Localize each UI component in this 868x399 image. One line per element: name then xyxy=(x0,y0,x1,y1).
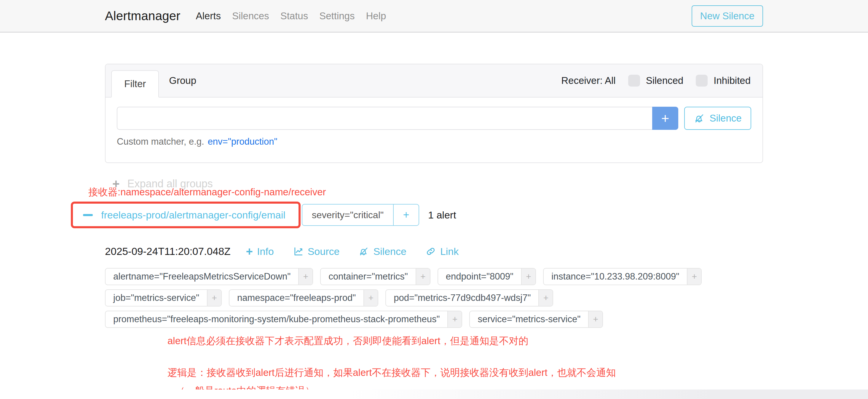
red-highlight-box: freeleaps-prod/alertmanager-config/email xyxy=(71,202,301,228)
main-nav: Alerts Silences Status Settings Help xyxy=(196,10,386,22)
silenced-checkbox[interactable]: Silenced xyxy=(628,75,684,87)
add-label-filter-button[interactable]: + xyxy=(538,290,553,306)
nav-help[interactable]: Help xyxy=(366,10,386,22)
group-matcher-label[interactable]: severity="critical" xyxy=(302,205,393,225)
plus-icon: + xyxy=(246,245,253,257)
silence-action-label: Silence xyxy=(373,246,406,257)
info-action[interactable]: + Info xyxy=(246,245,274,257)
alert-groups-section: + Expand all groups 接收器:namespace/alterm… xyxy=(105,163,763,398)
top-navbar: Alertmanager Alerts Silences Status Sett… xyxy=(0,0,868,33)
alert-detail: 2025-09-24T11:20:07.048Z + Info Source xyxy=(105,245,763,398)
add-label-filter-button[interactable]: + xyxy=(207,290,221,306)
nav-silences[interactable]: Silences xyxy=(232,10,269,22)
add-label-filter-button[interactable]: + xyxy=(447,311,462,327)
annotation-note-2: 逻辑是：接收器收到alert后进行通知，如果alert不在接收器下，说明接收器没… xyxy=(167,366,763,379)
alert-count: 1 alert xyxy=(428,209,456,221)
annotation-note-1: alert信息必须在接收器下才表示配置成功，否则即使能看到alert，但是通知是… xyxy=(167,334,763,348)
alert-labels: alertname="FreeleapsMetricsServiceDown" … xyxy=(105,268,763,328)
source-action[interactable]: Source xyxy=(293,246,340,257)
group-matcher-chip: severity="critical" + xyxy=(302,204,419,226)
chart-icon xyxy=(293,246,304,257)
silence-from-filter-button[interactable]: Silence xyxy=(684,107,751,130)
group-receiver-link[interactable]: freeleaps-prod/alertmanager-config/email xyxy=(101,209,285,221)
helper-prefix: Custom matcher, e.g. xyxy=(117,136,204,147)
link-action[interactable]: Link xyxy=(425,246,459,257)
alert-timestamp: 2025-09-24T11:20:07.048Z xyxy=(105,245,230,257)
bell-slash-icon xyxy=(694,113,705,124)
label-chip-container[interactable]: container="metrics" + xyxy=(320,268,430,285)
add-label-filter-button[interactable]: + xyxy=(364,290,378,306)
alert-group-row: freeleaps-prod/alertmanager-config/email… xyxy=(71,202,763,228)
label-chip-pod[interactable]: pod="metrics-77d9cdb497-wdsj7" + xyxy=(385,289,553,307)
nav-status[interactable]: Status xyxy=(280,10,308,22)
collapse-minus-icon xyxy=(83,214,93,216)
checkbox-box-icon[interactable] xyxy=(628,75,640,87)
source-action-label: Source xyxy=(308,246,340,257)
nav-alerts[interactable]: Alerts xyxy=(196,10,221,22)
checkbox-box-icon[interactable] xyxy=(696,75,708,87)
add-matcher-button[interactable]: + xyxy=(652,107,678,130)
nav-settings[interactable]: Settings xyxy=(319,10,354,22)
label-chip-service[interactable]: service="metrics-service" + xyxy=(469,311,603,328)
group-matcher-add-button[interactable]: + xyxy=(393,205,418,225)
matcher-helper-text: Custom matcher, e.g.env="production" xyxy=(117,136,751,162)
silence-action[interactable]: Silence xyxy=(359,246,406,257)
inhibited-checkbox[interactable]: Inhibited xyxy=(696,75,751,87)
label-chip-instance[interactable]: instance="10.233.98.209:8009" + xyxy=(543,268,702,285)
add-label-filter-button[interactable]: + xyxy=(521,269,535,284)
add-label-filter-button[interactable]: + xyxy=(687,269,701,284)
label-chip-endpoint[interactable]: endpoint="8009" + xyxy=(438,268,536,285)
silenced-checkbox-label: Silenced xyxy=(646,75,684,86)
bell-slash-icon xyxy=(359,246,369,257)
matcher-input[interactable] xyxy=(117,107,652,130)
inhibited-checkbox-label: Inhibited xyxy=(714,75,751,86)
tab-filter[interactable]: Filter xyxy=(111,70,159,97)
alert-actions: + Info Source xyxy=(246,245,459,257)
matcher-example-link[interactable]: env="production" xyxy=(208,136,277,147)
filter-card-header: Filter Group Receiver: All Silenced Inhi… xyxy=(105,64,763,97)
bottom-strip xyxy=(0,390,868,399)
label-chip-job[interactable]: job="metrics-service" + xyxy=(105,289,222,307)
info-action-label: Info xyxy=(257,246,274,257)
app-brand[interactable]: Alertmanager xyxy=(105,9,181,23)
filter-card: Filter Group Receiver: All Silenced Inhi… xyxy=(105,64,763,163)
label-chip-namespace[interactable]: namespace="freeleaps-prod" + xyxy=(229,289,378,307)
add-label-filter-button[interactable]: + xyxy=(588,311,602,327)
annotation-receiver-note: 接收器:namespace/altermanager-config-name/r… xyxy=(88,186,326,199)
link-action-label: Link xyxy=(440,246,459,257)
label-chip-alertname[interactable]: alertname="FreeleapsMetricsServiceDown" … xyxy=(105,268,313,285)
add-label-filter-button[interactable]: + xyxy=(298,269,312,284)
receiver-filter[interactable]: Receiver: All xyxy=(561,75,615,86)
label-chip-prometheus[interactable]: prometheus="freeleaps-monitoring-system/… xyxy=(105,311,462,328)
filter-card-body: + Silence Custom matcher, e.g.env="produ… xyxy=(105,97,763,162)
silence-button-label: Silence xyxy=(709,113,741,124)
new-silence-button[interactable]: New Silence xyxy=(692,5,763,27)
add-label-filter-button[interactable]: + xyxy=(415,269,430,284)
tab-group[interactable]: Group xyxy=(159,75,206,86)
link-icon xyxy=(425,246,436,257)
